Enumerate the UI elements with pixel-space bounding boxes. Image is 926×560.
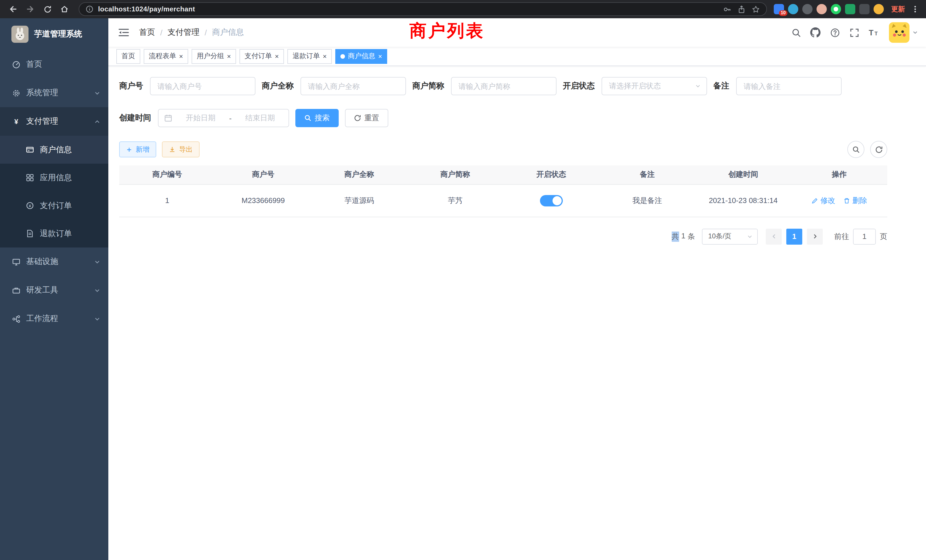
close-icon[interactable]: × xyxy=(275,53,279,60)
status-label: 开启状态 xyxy=(563,81,595,91)
status-toggle[interactable] xyxy=(540,195,563,206)
logo-avatar xyxy=(11,26,29,43)
delete-link[interactable]: 删除 xyxy=(843,195,867,206)
page-content: 商户号 商户全称 商户简称 开启状态 请选择开启状态 xyxy=(108,66,926,560)
merchant-short-name-input[interactable] xyxy=(451,77,557,95)
browser-home-button[interactable] xyxy=(57,2,72,17)
close-icon[interactable]: × xyxy=(378,53,382,60)
tab-pay-order[interactable]: 支付订单 × xyxy=(239,49,284,64)
col-header: 商户简称 xyxy=(407,165,503,184)
sidebar-item-label: 退款订单 xyxy=(40,229,72,239)
extension-icon[interactable] xyxy=(817,4,827,14)
merchant-table: 商户编号 商户号 商户全称 商户简称 开启状态 备注 创建时间 操作 1 xyxy=(119,165,887,217)
close-icon[interactable]: × xyxy=(179,53,183,60)
next-page-button[interactable] xyxy=(807,229,823,244)
header-search-icon[interactable] xyxy=(790,26,802,39)
sidebar-item-pay-order[interactable]: ¥ 支付订单 xyxy=(0,192,108,219)
sidebar-item-dev-tools[interactable]: 研发工具 xyxy=(0,276,108,304)
page-size-select[interactable]: 10条/页 xyxy=(702,229,758,244)
create-time-range-picker[interactable]: 开始日期 - 结束日期 xyxy=(158,109,289,127)
goto-page-input[interactable] xyxy=(853,229,876,244)
user-menu[interactable] xyxy=(889,22,918,43)
sidebar-item-app-info[interactable]: 应用信息 xyxy=(0,163,108,192)
refresh-table-button[interactable] xyxy=(870,141,887,158)
breadcrumb-home[interactable]: 首页 xyxy=(139,27,155,38)
site-info-icon[interactable] xyxy=(86,5,94,13)
add-button[interactable]: 新增 xyxy=(119,141,156,157)
extension-icon[interactable] xyxy=(788,4,798,14)
hamburger-icon[interactable] xyxy=(117,25,131,40)
grid-icon xyxy=(25,173,34,182)
cell-name: 芋道源码 xyxy=(311,184,407,217)
bookmark-star-icon[interactable] xyxy=(752,5,760,14)
goto-suffix: 页 xyxy=(880,231,887,242)
remark-input[interactable] xyxy=(736,77,841,95)
tab-process-form[interactable]: 流程表单 × xyxy=(144,49,188,64)
tab-refund-order[interactable]: 退款订单 × xyxy=(287,49,332,64)
col-header: 商户全称 xyxy=(311,165,407,184)
col-header: 操作 xyxy=(791,165,887,184)
reset-button[interactable]: 重置 xyxy=(345,109,388,127)
table-header-row: 商户编号 商户号 商户全称 商户简称 开启状态 备注 创建时间 操作 xyxy=(119,165,887,184)
end-date-placeholder[interactable]: 结束日期 xyxy=(237,113,283,123)
download-icon xyxy=(169,146,176,153)
address-bar[interactable]: localhost:1024/pay/merchant xyxy=(79,2,767,16)
font-size-icon[interactable]: TT xyxy=(867,26,880,39)
start-date-placeholder[interactable]: 开始日期 xyxy=(178,113,224,123)
chevron-down-icon xyxy=(94,316,100,322)
search-button[interactable]: 搜索 xyxy=(295,109,339,127)
sidebar-item-system[interactable]: 系统管理 xyxy=(0,79,108,107)
page-size-value: 10条/页 xyxy=(708,232,731,241)
help-icon[interactable] xyxy=(829,26,841,39)
browser-back-button[interactable] xyxy=(6,2,21,17)
col-header: 备注 xyxy=(599,165,695,184)
merchant-name-input[interactable] xyxy=(301,77,406,95)
tab-user-group[interactable]: 用户分组 × xyxy=(192,49,236,64)
extension-icon[interactable] xyxy=(859,4,870,14)
github-icon[interactable] xyxy=(809,26,822,39)
app-logo[interactable]: 芋道管理系统 xyxy=(0,18,108,50)
merchant-name-label: 商户全称 xyxy=(262,81,294,91)
toggle-search-button[interactable] xyxy=(847,141,864,158)
sidebar-item-label: 首页 xyxy=(26,59,42,70)
browser-refresh-button[interactable] xyxy=(40,2,55,17)
share-icon[interactable] xyxy=(737,5,746,14)
breadcrumb: 首页 / 支付管理 / 商户信息 xyxy=(139,27,244,38)
sidebar-item-workflow[interactable]: 工作流程 xyxy=(0,304,108,333)
sidebar-item-infrastructure[interactable]: 基础设施 xyxy=(0,248,108,276)
edit-link[interactable]: 修改 xyxy=(811,195,835,206)
sidebar-item-merchant-info[interactable]: 商户信息 xyxy=(0,136,108,163)
browser-update-button[interactable]: 更新 xyxy=(891,4,905,14)
user-avatar xyxy=(889,22,909,43)
extension-icon[interactable] xyxy=(873,4,884,14)
coin-icon: ¥ xyxy=(25,201,34,210)
sidebar-item-refund-order[interactable]: 退款订单 xyxy=(0,219,108,248)
app-title: 芋道管理系统 xyxy=(34,29,82,39)
cell-short-name: 芋艿 xyxy=(407,184,503,217)
chevron-up-icon xyxy=(94,118,100,125)
password-key-icon[interactable] xyxy=(723,5,732,14)
extension-icon[interactable] xyxy=(831,4,841,14)
export-button[interactable]: 导出 xyxy=(162,141,200,157)
chevron-down-icon xyxy=(747,233,753,239)
browser-menu-icon[interactable] xyxy=(910,5,920,14)
fullscreen-icon[interactable] xyxy=(848,26,861,39)
prev-page-button[interactable] xyxy=(766,229,782,244)
plus-icon xyxy=(126,146,132,153)
chevron-down-icon xyxy=(695,83,701,89)
close-icon[interactable]: × xyxy=(227,53,231,60)
extension-icon[interactable]: 10 xyxy=(774,4,784,14)
breadcrumb-payment[interactable]: 支付管理 xyxy=(168,27,200,38)
tags-view-bar: 首页 流程表单 × 用户分组 × 支付订单 × 退款订单 × xyxy=(108,47,926,66)
merchant-no-input[interactable] xyxy=(150,77,256,95)
tab-home[interactable]: 首页 xyxy=(117,49,140,64)
sidebar-item-home[interactable]: 首页 xyxy=(0,50,108,79)
close-icon[interactable]: × xyxy=(323,53,327,60)
tab-merchant-info[interactable]: 商户信息 × xyxy=(335,49,387,64)
page-number-button[interactable]: 1 xyxy=(786,229,802,244)
extension-icon[interactable] xyxy=(845,4,855,14)
extension-icon[interactable] xyxy=(802,4,813,14)
browser-forward-button[interactable] xyxy=(23,2,38,17)
status-select[interactable]: 请选择开启状态 xyxy=(602,77,707,95)
sidebar-item-payment[interactable]: ¥ 支付管理 xyxy=(0,107,108,136)
